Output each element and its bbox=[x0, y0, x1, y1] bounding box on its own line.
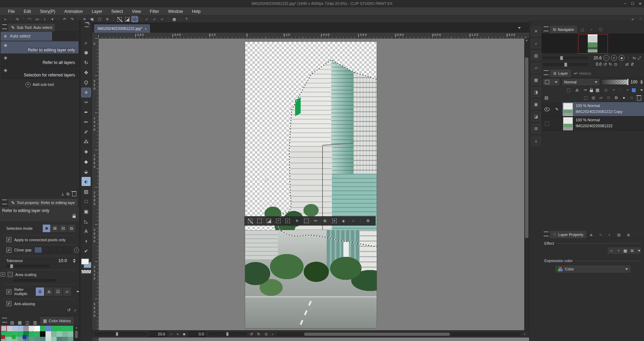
vertical-scrollbar[interactable]: ▲ ▼ bbox=[524, 38, 529, 336]
color-swatch[interactable] bbox=[29, 326, 34, 331]
scroll-up-icon[interactable]: ▲ bbox=[524, 38, 529, 42]
navigator-tab[interactable]: ⧉ Navigator bbox=[550, 26, 577, 33]
border-effect-icon[interactable]: ○ bbox=[608, 247, 615, 254]
lock-transparent-pixels-icon[interactable]: ▦ bbox=[594, 87, 601, 93]
selection-mode-subtract-icon[interactable]: ⊟ bbox=[59, 224, 67, 233]
sub-tool-item[interactable]: ✳Refer to all layers bbox=[1, 54, 78, 66]
zoom-value[interactable]: 20.6 bbox=[150, 331, 167, 337]
close-gap-level-4[interactable] bbox=[56, 247, 64, 253]
palette-dock-icon-10[interactable]: ⤓ bbox=[531, 136, 541, 146]
clear-outside-icon[interactable]: · bbox=[302, 217, 310, 225]
select-again-icon[interactable] bbox=[255, 217, 264, 225]
layer-row[interactable]: 100 % NormalIMG20240220081222 bbox=[542, 116, 644, 131]
merge-with-lower-layer-icon[interactable]: ⧉ bbox=[612, 95, 620, 101]
minimize-button[interactable]: ─ bbox=[622, 1, 628, 6]
layer-panel-menu-icon[interactable] bbox=[544, 70, 549, 75]
new-layer-dialog-icon[interactable]: ◎ bbox=[589, 95, 597, 101]
sub-tool-panel-tab[interactable]: ✎ Sub Tool: Auto select bbox=[8, 24, 55, 31]
canvas-viewport[interactable]: ↗↙✳·✂⧉✛⬖⁙⚙ ➤ bbox=[98, 38, 524, 336]
menu-animation[interactable]: Animation bbox=[60, 7, 87, 16]
refer-folder-icon[interactable]: ▱ bbox=[62, 287, 72, 296]
nav-actual-size-icon[interactable]: ⤢ bbox=[638, 56, 641, 60]
color-swatch[interactable] bbox=[7, 326, 12, 331]
color-set-tab-icon[interactable]: ▥ bbox=[31, 320, 39, 325]
copy-and-paste-icon[interactable]: ⧉ bbox=[321, 217, 329, 225]
sub-tool-menu-icon[interactable] bbox=[2, 24, 7, 29]
color-swatch[interactable] bbox=[57, 326, 62, 331]
tone-effect-icon[interactable]: ◔ bbox=[615, 247, 622, 254]
selection-mode-add-icon[interactable]: ⊞ bbox=[51, 224, 59, 233]
color-swatch[interactable] bbox=[1, 326, 7, 331]
anti-aliasing-row[interactable]: ✓ Anti-aliasing bbox=[6, 301, 35, 306]
palette-dock-icon-9[interactable]: ⊞ bbox=[531, 124, 541, 133]
close-gap-checkbox[interactable]: ✓ bbox=[6, 247, 11, 253]
text-tool[interactable]: A bbox=[82, 227, 91, 236]
new-raster-layer-icon[interactable]: ⬚ bbox=[582, 95, 589, 101]
menu-layer[interactable]: Layer bbox=[87, 7, 107, 16]
ruler-tool[interactable]: ◺ bbox=[82, 217, 91, 226]
delete-layer-icon[interactable] bbox=[635, 95, 643, 101]
zoom-tool[interactable]: ⌕ bbox=[82, 38, 91, 47]
layer-visibility-cell[interactable] bbox=[542, 102, 552, 116]
eraser-tool[interactable]: ◆ bbox=[82, 157, 91, 166]
sub-view-tab[interactable]: ◲ bbox=[577, 26, 587, 33]
layer-name[interactable]: IMG20240220081222 bbox=[576, 124, 612, 128]
cut-and-paste-icon[interactable]: ✂ bbox=[311, 217, 320, 225]
fill-selection-launcher-icon[interactable]: ⬖ bbox=[340, 217, 348, 225]
refer-reference-layer-icon[interactable]: ⟁ bbox=[44, 287, 53, 296]
clip-at-layer-below-icon[interactable]: ⬚ bbox=[565, 87, 572, 93]
navigator-zoom-slider[interactable] bbox=[543, 57, 588, 59]
tolerance-slider[interactable] bbox=[6, 265, 49, 267]
reset-rotation-icon[interactable]: ⊙ bbox=[264, 332, 269, 336]
sub-tool-item[interactable]: ✳Refer to editing layer only bbox=[1, 41, 78, 54]
auto-select-tool[interactable]: ✳ bbox=[82, 88, 91, 97]
apply-connected-row[interactable]: ✓ Apply to connected pixels only bbox=[6, 237, 66, 242]
deselect-icon[interactable] bbox=[246, 217, 254, 225]
selection-border-icon[interactable] bbox=[132, 16, 138, 22]
nav-reset-rotation-icon[interactable]: ⊙ bbox=[614, 62, 617, 66]
menu-edit[interactable]: Edit bbox=[19, 7, 35, 16]
color-swatch[interactable] bbox=[62, 326, 68, 331]
refer-multiple-checkbox[interactable]: ✓ bbox=[6, 289, 11, 294]
layer-visibility-cell[interactable] bbox=[542, 116, 552, 130]
menu-file[interactable]: File bbox=[3, 7, 19, 16]
fill-tool[interactable]: ⬖ bbox=[82, 177, 91, 186]
palette-dock-icon-7[interactable]: ▣ bbox=[531, 99, 541, 109]
balloon-tool[interactable]: ◖ bbox=[82, 236, 91, 245]
clear-icon[interactable]: ✳ bbox=[293, 217, 301, 225]
refer-all-layers-icon[interactable]: ≣ bbox=[35, 287, 44, 296]
selection-area-tool[interactable]: Ϙ bbox=[82, 78, 91, 87]
transfer-to-lower-layer-icon[interactable]: ⧉ bbox=[605, 95, 612, 101]
halftone-effect-icon[interactable]: ▩ bbox=[622, 247, 629, 254]
close-gap-level-3[interactable] bbox=[49, 247, 56, 253]
menu-storyp[interactable]: Story(P) bbox=[35, 7, 60, 16]
history-tab[interactable]: ↩ History bbox=[571, 70, 594, 77]
snap-to-special-ruler-icon[interactable]: ✓ bbox=[151, 16, 158, 22]
enable-mask-icon[interactable]: ◍ bbox=[602, 87, 610, 93]
close-gap-level-2[interactable] bbox=[42, 247, 49, 253]
nav-flip-horizontal-icon[interactable]: ⮀ bbox=[633, 56, 636, 60]
shrink-selection-icon[interactable]: ↙ bbox=[283, 217, 292, 225]
color-history-menu-icon[interactable] bbox=[2, 318, 7, 323]
close-button[interactable]: ✕ bbox=[637, 1, 643, 6]
palette-dock-icon-3[interactable]: ▤ bbox=[531, 51, 541, 60]
zoom-slider[interactable] bbox=[95, 333, 148, 336]
palette-dock-icon-5[interactable]: ▦ bbox=[531, 75, 541, 85]
curve-tab-icon[interactable]: ∿ bbox=[596, 231, 605, 238]
navigator-preview[interactable] bbox=[542, 34, 644, 53]
selection-box-icon[interactable] bbox=[116, 16, 123, 22]
grid-view-icon[interactable]: ▦ bbox=[171, 16, 177, 22]
intermediate-color-tab-icon[interactable]: ◫ bbox=[24, 320, 31, 325]
color-wheel-tab-icon[interactable]: ▤ bbox=[8, 320, 16, 325]
selection-mode-multiply-icon[interactable]: ⧉ bbox=[67, 224, 76, 233]
selection-invert-icon[interactable] bbox=[124, 16, 130, 22]
scroll-right-icon[interactable]: › bbox=[523, 332, 526, 336]
opacity-slider[interactable] bbox=[602, 79, 629, 85]
launcher-settings-icon[interactable]: ⚙ bbox=[364, 217, 372, 225]
anti-aliasing-checkbox[interactable]: ✓ bbox=[6, 301, 11, 306]
area-scaling-slider[interactable] bbox=[13, 279, 56, 282]
refer-multiple-chevron-icon[interactable] bbox=[76, 291, 79, 293]
canvas-image[interactable]: ↗↙✳·✂⧉✛⬖⁙⚙ ➤ bbox=[245, 42, 377, 328]
snap-to-ruler-icon[interactable]: ✓ bbox=[144, 16, 150, 22]
layer-row[interactable]: ✎100 % NormalIMG20240220081222 Copy bbox=[542, 102, 644, 116]
